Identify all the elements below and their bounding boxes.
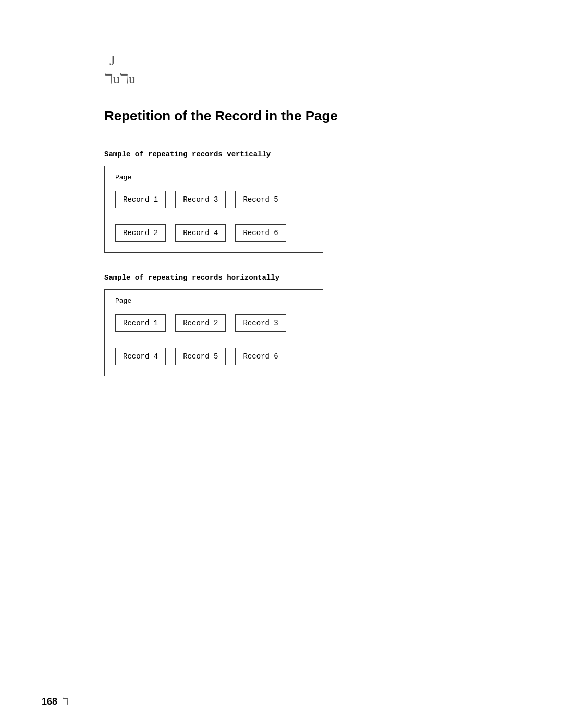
v-record-5: Record 5 bbox=[235, 191, 286, 208]
v-record-4: Record 4 bbox=[175, 224, 226, 242]
horizontal-row-1: Record 1 Record 2 Record 3 bbox=[115, 314, 312, 332]
horizontal-section-label: Sample of repeating records horizontally bbox=[104, 274, 521, 282]
horizontal-page-label: Page bbox=[115, 297, 312, 305]
top-symbols: J ℸuℸu bbox=[104, 52, 521, 87]
h-record-2: Record 2 bbox=[175, 314, 226, 332]
h-record-6: Record 6 bbox=[235, 348, 286, 365]
horizontal-section: Sample of repeating records horizontally… bbox=[104, 274, 521, 376]
v-record-6: Record 6 bbox=[235, 224, 286, 242]
footer: 168 ℸ bbox=[42, 696, 69, 707]
symbol-tmu: ℸuℸu bbox=[104, 71, 521, 87]
page-title: Repetition of the Record in the Page bbox=[104, 108, 521, 124]
v-record-2: Record 2 bbox=[115, 224, 166, 242]
horizontal-diagram-box: Page Record 1 Record 2 Record 3 Record 4… bbox=[104, 289, 323, 376]
vertical-section: Sample of repeating records vertically P… bbox=[104, 150, 521, 253]
vertical-row-2: Record 2 Record 4 Record 6 bbox=[115, 224, 312, 242]
h-record-5: Record 5 bbox=[175, 348, 226, 365]
vertical-row-1: Record 1 Record 3 Record 5 bbox=[115, 191, 312, 208]
vertical-section-label: Sample of repeating records vertically bbox=[104, 150, 521, 158]
h-record-3: Record 3 bbox=[235, 314, 286, 332]
page-number: 168 bbox=[42, 696, 57, 707]
v-record-1: Record 1 bbox=[115, 191, 166, 208]
symbol-j: J bbox=[109, 52, 521, 69]
vertical-page-label: Page bbox=[115, 174, 312, 181]
page-container: J ℸuℸu Repetition of the Record in the P… bbox=[0, 0, 563, 728]
horizontal-row-2: Record 4 Record 5 Record 6 bbox=[115, 348, 312, 365]
v-record-3: Record 3 bbox=[175, 191, 226, 208]
footer-symbol: ℸ bbox=[63, 696, 69, 707]
h-record-1: Record 1 bbox=[115, 314, 166, 332]
h-record-4: Record 4 bbox=[115, 348, 166, 365]
vertical-diagram-box: Page Record 1 Record 3 Record 5 Record 2… bbox=[104, 166, 323, 253]
